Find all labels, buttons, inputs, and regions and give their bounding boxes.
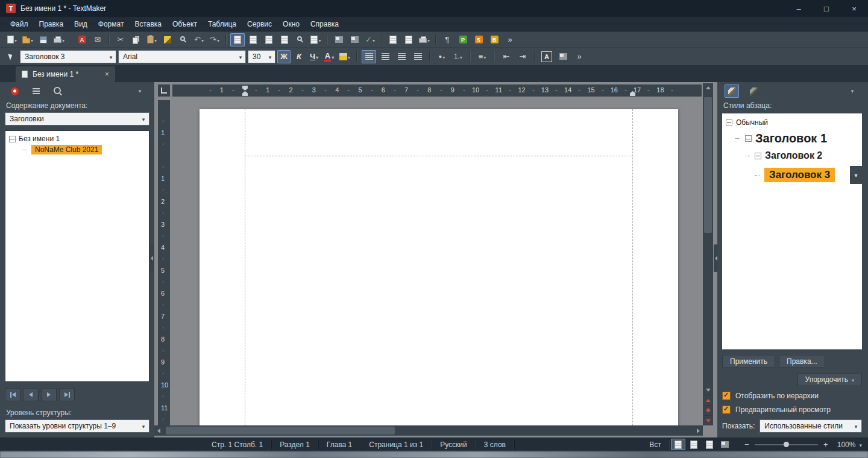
previous-object-button[interactable] [703,395,713,405]
style-item-3[interactable]: Заголовок 2 [722,148,862,164]
menu-item-7[interactable]: Сервис [242,17,277,31]
style-item-1[interactable]: Обычный [722,116,862,129]
comment-icon[interactable] [401,33,416,46]
planmaker-icon[interactable]: P [456,33,470,46]
level-select[interactable]: Показать уровни структуры 1–9 [5,419,149,433]
left-indent-marker[interactable] [242,91,248,96]
redo-icon[interactable]: ↷ [207,33,222,46]
edit-style-button[interactable]: Правка... [779,355,825,368]
zoom-value[interactable]: 100% [837,441,856,449]
insert-table-icon[interactable] [332,33,346,46]
align-center-button[interactable] [378,50,392,63]
view-fullscreen-button[interactable] [702,439,717,450]
basicmaker-icon[interactable]: B [487,33,502,46]
tree-collapse-icon[interactable] [745,135,752,142]
menu-item-1[interactable]: Правка [34,17,69,31]
horizontal-ruler[interactable]: 1123456789101112131415161718 [172,84,702,97]
numbered-list-button[interactable]: 1. [451,50,465,63]
view-outline-button[interactable] [718,439,732,450]
undo-icon[interactable]: ↶ [192,33,206,46]
align-left-button[interactable] [362,50,376,63]
menu-item-4[interactable]: Вставка [129,17,167,31]
first-line-indent-marker[interactable] [242,86,248,91]
save-icon[interactable] [36,33,51,46]
vertical-scroll-thumb[interactable] [704,97,712,233]
find-icon[interactable] [176,33,190,46]
scroll-down-button[interactable] [703,386,713,395]
organize-button[interactable]: Упорядочить [797,373,862,386]
insert-chart-icon[interactable] [347,33,362,46]
presentations-icon[interactable]: S [471,33,486,46]
outline-child-item[interactable]: NoNaMe Club 2021 [7,144,148,155]
mail-merge-icon[interactable] [417,33,432,46]
character-dialog-button[interactable]: A [539,50,554,63]
paragraph-styles-button[interactable] [725,84,739,98]
horizontal-scroll-track[interactable] [163,425,694,436]
menu-item-5[interactable]: Объект [167,17,203,31]
italic-button[interactable]: К [292,50,306,63]
insert-mode-indicator[interactable]: Вст [641,441,669,449]
left-panel-collapse-handle[interactable] [149,244,154,272]
vertical-scroll-track[interactable] [703,92,713,386]
footer-icon[interactable] [277,33,292,46]
outline-list-button[interactable]: ≡ [475,50,489,63]
close-button[interactable]: × [840,0,868,17]
outline-options-button[interactable] [29,84,43,98]
browse-object-button[interactable] [703,405,713,415]
horizontal-scroll-thumb[interactable] [166,427,395,434]
contents-select[interactable]: Заголовки [5,112,149,126]
align-right-button[interactable] [394,50,409,63]
increase-indent-button[interactable]: ⇥ [515,50,530,63]
header-icon[interactable] [262,33,276,46]
horizontal-scrollbar[interactable] [154,425,703,436]
outline-search-button[interactable] [51,84,65,98]
paste-icon[interactable] [145,33,159,46]
scroll-up-button[interactable] [703,83,713,92]
hierarchy-checkbox[interactable]: Отобразить по иерархии [722,392,862,400]
font-color-button[interactable]: A [322,50,336,63]
zoom-in-button[interactable]: + [820,440,831,449]
show-select[interactable]: Использованные стили [760,419,862,433]
decrease-indent-button[interactable]: ⇤ [499,50,514,63]
formatting-overflow-button[interactable]: » [572,50,587,63]
font-name-select[interactable]: Arial [118,50,246,63]
scroll-right-button[interactable] [694,425,703,436]
insert-object-icon[interactable] [309,33,323,46]
underline-button[interactable]: Ч [307,50,321,63]
menu-item-8[interactable]: Окно [277,17,305,31]
title-bar[interactable]: T Без имени 1 * - TextMaker – □ × [0,0,868,17]
new-document-icon[interactable] [5,33,19,46]
cut-icon[interactable]: ✂ [113,33,128,46]
send-email-icon[interactable]: ✉ [90,33,105,46]
zoom-out-button[interactable]: − [741,440,752,449]
apply-style-button[interactable]: Применить [722,355,775,368]
vertical-ruler[interactable]: 11234567891011 [158,100,170,426]
maximize-button[interactable]: □ [813,0,840,17]
tab-close-button[interactable]: × [105,70,109,78]
outline-first-button[interactable] [5,388,20,401]
export-pdf-icon[interactable]: A [75,33,89,46]
panel-menu-button[interactable] [845,84,860,98]
normal-view-icon[interactable] [246,33,260,46]
style-item-4[interactable]: Заголовок 3 [722,164,862,186]
outline-root-item[interactable]: Без имени 1 [7,133,148,144]
menu-item-2[interactable]: Вид [69,17,93,31]
tab-stop-selector[interactable] [158,84,170,97]
menu-item-9[interactable]: Справка [305,17,344,31]
document-page[interactable] [200,109,678,428]
view-normal-button[interactable] [687,439,701,450]
vertical-scrollbar[interactable] [703,83,713,425]
zoom-level-icon[interactable] [293,33,307,46]
style-options-button[interactable] [850,166,862,184]
format-paintbrush-icon[interactable] [160,33,175,46]
paragraph-style-select[interactable]: Заголовок 3 [20,50,116,63]
print-icon[interactable] [52,33,66,46]
zoom-slider[interactable] [755,444,818,445]
bold-button[interactable]: Ж [277,50,291,63]
object-mode-button[interactable] [4,50,18,63]
highlight-button[interactable] [338,50,352,63]
minimize-button[interactable]: – [785,0,813,17]
zoom-slider-knob[interactable] [784,442,789,447]
tree-collapse-icon[interactable] [726,119,732,126]
scroll-left-button[interactable] [154,425,163,436]
